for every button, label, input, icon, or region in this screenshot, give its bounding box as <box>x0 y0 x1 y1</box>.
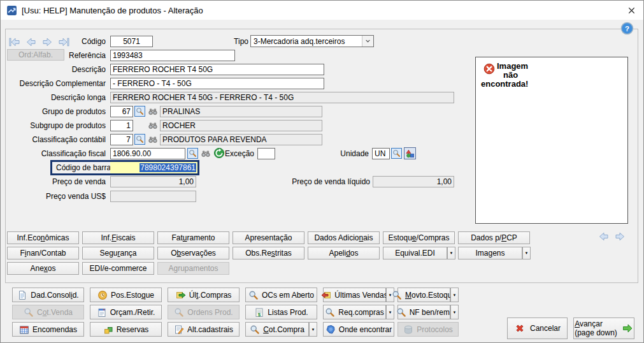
tab-inf-fiscais[interactable]: Inf.Fiscais <box>82 231 154 244</box>
tab-edi-ecommerce[interactable]: EDI/e-commerce <box>82 262 154 275</box>
descricao-field[interactable]: FERRERO ROCHER T4 50G <box>110 64 324 75</box>
btn-ultimas-vendas[interactable]: Últimas Vendas <box>323 288 386 302</box>
class-contabil-lookup-button[interactable] <box>147 135 159 144</box>
tab-label: Imagens <box>475 249 504 258</box>
descricao-value: FERRERO ROCHER T4 50G <box>113 65 213 74</box>
btn-pos-estoque[interactable]: Pos.Estoque <box>90 288 162 302</box>
tab-dados-adicionais[interactable]: Dados Adicionais <box>308 231 380 244</box>
tab-label: Anexos <box>30 264 55 273</box>
btn-cot-compra[interactable]: Cot.Compra <box>245 322 309 337</box>
help-icon[interactable] <box>620 22 634 35</box>
advance-label-line1: Avançar <box>575 319 603 328</box>
class-fiscal-search-button[interactable] <box>187 148 198 159</box>
dropdown-arrow-icon: ▼ <box>453 310 457 314</box>
btn-onde-encontrar[interactable]: Onde encontrar <box>323 322 394 337</box>
tab-anexos[interactable]: Anexos <box>7 262 79 275</box>
go-arrow-icon <box>622 323 633 334</box>
tab-label: Dados p/PCP <box>471 233 517 242</box>
tab-apelidos[interactable]: Apelidos <box>308 247 380 259</box>
grupo-desc-field: PRALINAS <box>160 106 322 117</box>
subgrupo-lookup-button[interactable] <box>147 120 159 130</box>
button-label: Alt.cadastrais <box>187 325 233 334</box>
btn-req-compras-dropdown[interactable]: ▼ <box>386 305 394 319</box>
btn-dad-consolid[interactable]: Dad.Consolid. <box>12 288 84 302</box>
tab-obs-restritas[interactable]: Obs.Restritas <box>233 247 304 259</box>
btn-ult-compras[interactable]: Últ.Compras <box>168 288 240 302</box>
button-label: OCs em Aberto <box>262 291 314 300</box>
error-icon <box>483 63 495 75</box>
class-contabil-code-field[interactable]: 7 <box>110 134 133 145</box>
tipo-dropdown-button[interactable] <box>362 36 373 47</box>
unidade-search-button[interactable] <box>391 148 402 159</box>
tab-estoque-compras[interactable]: Estoque/Compras <box>383 231 455 244</box>
referencia-field[interactable]: 1993483 <box>110 50 235 61</box>
tipo-select[interactable]: 3-Mercadoria adq.terceiros <box>250 35 374 47</box>
btn-req-compras[interactable]: Req.compras <box>323 305 386 319</box>
tab-finan-contab[interactable]: Finan/Contab <box>7 247 79 259</box>
btn-movto-estoque-dropdown[interactable]: ▼ <box>450 288 459 302</box>
btn-nf-ben-rem-dropdown[interactable]: ▼ <box>450 305 459 319</box>
btn-reservas[interactable]: Reservas <box>90 322 162 337</box>
referencia-value: 1993483 <box>113 51 143 60</box>
magnifier-icon <box>248 290 259 300</box>
grupo-code-field[interactable]: 67 <box>110 106 133 117</box>
cancel-x-icon <box>514 323 526 334</box>
btn-encomendas[interactable]: Encomendas <box>12 322 84 337</box>
tab-label: Inf.Fiscais <box>101 233 135 242</box>
unidade-field[interactable]: UN <box>372 148 390 159</box>
product-maintenance-window: [Usu: HELP] Manutenção de produtos - Alt… <box>0 0 644 343</box>
grupo-code-value: 67 <box>122 107 131 116</box>
dropdown-arrow-icon: ▼ <box>525 251 529 255</box>
codigo-barras-field[interactable]: 7898024397861 <box>110 162 197 173</box>
subgrupo-code-field[interactable]: 1 <box>110 120 133 131</box>
magnifier-icon <box>189 149 197 157</box>
grupo-search-button[interactable] <box>134 106 145 117</box>
descricao-complementar-field[interactable]: - FERRERO - T4 - 50G <box>110 78 324 89</box>
preco-liquido-value: 1,00 <box>437 177 452 186</box>
tab-equival-edi-dropdown[interactable]: ▼ <box>447 247 455 259</box>
magnifier-icon <box>174 307 184 317</box>
btn-ocs-em-aberto[interactable]: OCs em Aberto <box>245 288 317 302</box>
unidade-conversion-button[interactable] <box>404 147 416 159</box>
close-button[interactable] <box>623 3 640 17</box>
btn-listas-prod[interactable]: Listas Prod. <box>245 305 317 319</box>
subgrupo-desc-value: ROCHER <box>162 121 196 130</box>
codigo-field[interactable]: 5071 <box>110 36 153 47</box>
red-arrow-box-icon <box>321 290 331 300</box>
tab-observacoes[interactable]: Observações <box>157 247 229 259</box>
tab-seguranca[interactable]: Segurança <box>82 247 154 259</box>
excecao-field[interactable] <box>257 148 275 159</box>
tab-label: Segurança <box>99 249 136 258</box>
database-icon <box>403 325 413 335</box>
class-fiscal-lookup-button[interactable] <box>200 149 211 158</box>
btn-orcam-retir[interactable]: Orçam./Retir. <box>90 305 162 319</box>
tab-label: Observações <box>171 249 216 258</box>
tab-apresentacao[interactable]: Apresentação <box>233 231 304 244</box>
cancel-button[interactable]: Cancelar <box>507 317 568 339</box>
grupo-lookup-button[interactable] <box>147 106 159 116</box>
app-icon <box>6 5 17 16</box>
tab-imagens-dropdown[interactable]: ▼ <box>522 247 531 259</box>
tab-inf-economicas[interactable]: Inf.Econômicas <box>7 231 79 244</box>
btn-nf-ben-rem[interactable]: NF ben/rem. <box>397 305 450 319</box>
btn-movto-estoque[interactable]: Movto.Estoque <box>397 288 450 302</box>
btn-cot-compra-dropdown[interactable]: ▼ <box>309 322 317 337</box>
unidade-label: Unidade <box>332 148 369 159</box>
class-contabil-search-button[interactable] <box>134 134 145 145</box>
btn-alt-cadastrais[interactable]: Alt.cadastrais <box>168 322 240 337</box>
tab-dados-pcp[interactable]: Dados p/PCP <box>458 231 530 244</box>
preco-venda-field: 1,00 <box>110 176 196 187</box>
tipo-value: 3-Mercadoria adq.terceiros <box>251 37 362 46</box>
binoculars-icon <box>200 149 211 158</box>
tab-imagens[interactable]: Imagens <box>458 247 522 259</box>
tab-faturamento[interactable]: Faturamento <box>157 231 229 244</box>
class-fiscal-field[interactable]: 1806.90.00 <box>110 148 185 159</box>
advance-button[interactable]: Avançar (page down) <box>573 317 634 339</box>
advance-label: Avançar (page down) <box>575 319 617 337</box>
tab-equival-edi[interactable]: Equival.EDI <box>383 247 447 259</box>
cancel-label: Cancelar <box>530 324 561 333</box>
tab-label: Inf.Econômicas <box>17 233 69 242</box>
preco-usd-label: Preço venda US$ <box>1 191 106 202</box>
dropdown-arrow-icon: ▼ <box>450 251 454 255</box>
binoculars-icon <box>147 135 159 144</box>
